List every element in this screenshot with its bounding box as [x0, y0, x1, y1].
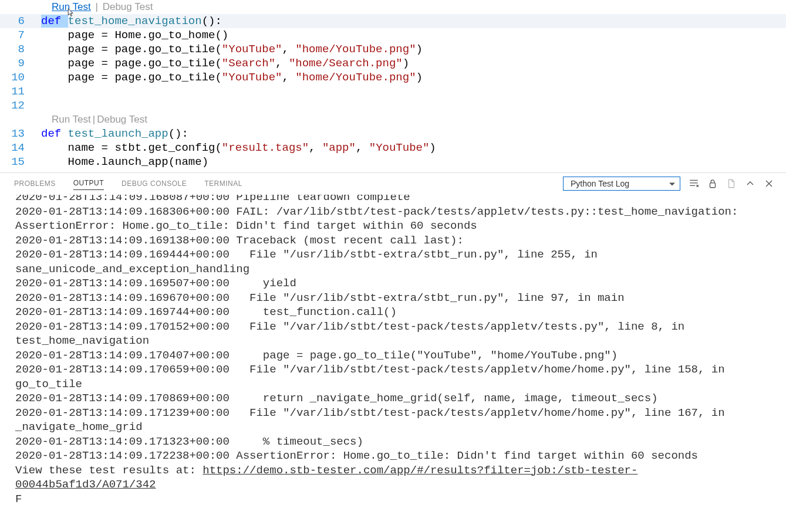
output-line: 2020-01-28T13:14:09.169507+00:00 yield: [15, 276, 771, 291]
code-line[interactable]: 12: [0, 99, 786, 113]
code-line[interactable]: 8 page = page.go_to_tile("YouTube", "hom…: [0, 42, 786, 56]
line-number: 11: [0, 84, 41, 99]
output-line: 2020-01-28T13:14:09.170659+00:00 File "/…: [15, 362, 771, 391]
line-number: 9: [0, 56, 41, 70]
code-content[interactable]: page = page.go_to_tile("YouTube", "home/…: [41, 70, 423, 84]
code-lens-row-1: Run Test | Debug Test: [52, 0, 786, 14]
line-number: 12: [0, 99, 41, 113]
code-content[interactable]: name = stbt.get_config("result.tags", "a…: [41, 141, 436, 155]
output-line: 2020-01-28T13:14:09.172238+00:00 Asserti…: [15, 449, 771, 463]
code-line[interactable]: 15 Home.launch_app(name): [0, 155, 786, 169]
output-line: 2020-01-28T13:14:09.169138+00:00 Traceba…: [15, 233, 771, 248]
run-test-link[interactable]: Run Test: [52, 114, 91, 125]
svg-rect-0: [710, 182, 716, 187]
chevron-up-icon[interactable]: [745, 178, 755, 189]
code-content[interactable]: page = page.go_to_tile("Search", "home/S…: [41, 56, 409, 70]
output-line: 2020-01-28T13:14:09.170407+00:00 page = …: [15, 348, 771, 363]
line-number: 7: [0, 28, 41, 42]
line-number: 6: [0, 14, 41, 28]
panel-tabs: PROBLEMS OUTPUT DEBUG CONSOLE TERMINAL P…: [0, 173, 786, 195]
output-line: 2020-01-28T13:14:09.168306+00:00 FAIL: /…: [15, 205, 771, 233]
code-line[interactable]: 11: [0, 84, 786, 99]
run-test-link[interactable]: Run Test: [52, 1, 91, 12]
output-line: F: [15, 492, 771, 507]
output-line: 2020-01-28T13:14:09.170152+00:00 File "/…: [15, 320, 771, 348]
output-line: [15, 506, 771, 521]
output-line: ------------- generated xml file: /tmp/t…: [15, 521, 771, 524]
tab-output[interactable]: OUTPUT: [73, 177, 104, 190]
output-line: 2020-01-28T13:14:09.169744+00:00 test_fu…: [15, 305, 771, 320]
output-panel[interactable]: 2020-01-28T13:14:09.168087+00:00 Pipelin…: [0, 195, 786, 523]
code-content[interactable]: page = page.go_to_tile("YouTube", "home/…: [41, 42, 423, 56]
code-line[interactable]: 13def test_launch_app():: [0, 127, 786, 141]
output-line: View these test results at: https://demo…: [15, 463, 771, 492]
code-content[interactable]: page = Home.go_to_home(): [41, 28, 228, 42]
code-content[interactable]: def test_launch_app():: [41, 127, 188, 141]
output-line: 2020-01-28T13:14:09.169444+00:00 File "/…: [15, 248, 771, 276]
output-line: 2020-01-28T13:14:09.171239+00:00 File "/…: [15, 406, 771, 435]
tab-debug-console[interactable]: DEBUG CONSOLE: [122, 177, 187, 190]
open-file-icon: [726, 178, 737, 189]
output-line: 2020-01-28T13:14:09.170869+00:00 return …: [15, 391, 771, 406]
code-content[interactable]: def test_home_navigation():: [41, 14, 222, 28]
debug-test-link[interactable]: Debug Test: [97, 114, 147, 125]
tab-terminal[interactable]: TERMINAL: [204, 177, 242, 190]
output-line: 2020-01-28T13:14:09.168087+00:00 Pipelin…: [15, 195, 771, 205]
code-line[interactable]: 10 page = page.go_to_tile("YouTube", "ho…: [0, 70, 786, 84]
line-number: 13: [0, 127, 41, 141]
code-editor[interactable]: Run Test | Debug Test 6def test_home_nav…: [0, 0, 786, 172]
line-number: 10: [0, 70, 41, 84]
line-number: 8: [0, 42, 41, 56]
output-channel-dropdown[interactable]: Python Test Log: [563, 177, 680, 191]
code-content[interactable]: Home.launch_app(name): [41, 155, 208, 169]
code-line[interactable]: 7 page = Home.go_to_home(): [0, 28, 786, 42]
panel-actions: Python Test Log: [563, 177, 774, 191]
tab-problems[interactable]: PROBLEMS: [14, 177, 56, 190]
close-icon[interactable]: [764, 178, 774, 189]
output-line: 2020-01-28T13:14:09.169670+00:00 File "/…: [15, 291, 771, 306]
lock-scroll-icon[interactable]: [707, 178, 718, 189]
code-lens-sep: |: [96, 1, 98, 12]
code-line[interactable]: 6def test_home_navigation():: [0, 14, 786, 28]
debug-test-link[interactable]: Debug Test: [103, 1, 153, 12]
line-number: 15: [0, 155, 41, 169]
output-line: 2020-01-28T13:14:09.171323+00:00 % timeo…: [15, 435, 771, 449]
code-line[interactable]: 9 page = page.go_to_tile("Search", "home…: [0, 56, 786, 70]
code-line[interactable]: 14 name = stbt.get_config("result.tags",…: [0, 141, 786, 155]
code-lens-sep: |: [93, 114, 95, 125]
code-lens-row-2: Run Test|Debug Test: [52, 113, 786, 127]
clear-output-icon[interactable]: [689, 178, 699, 189]
line-number: 14: [0, 141, 41, 155]
